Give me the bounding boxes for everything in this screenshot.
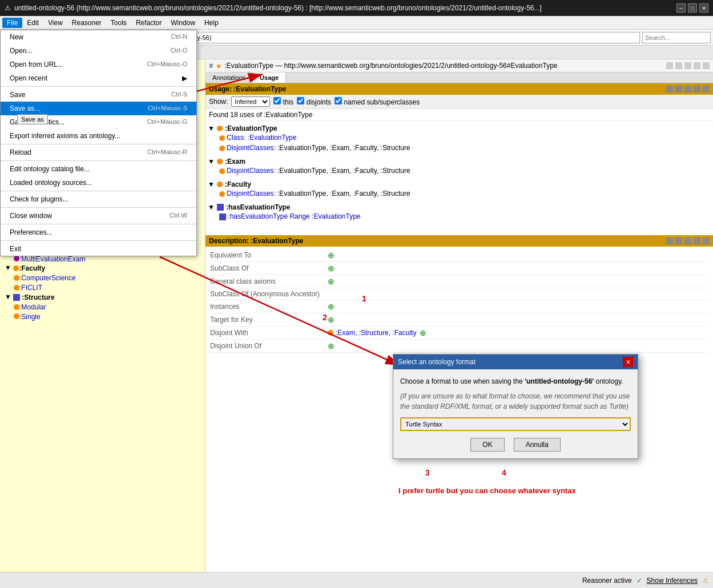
menu-save[interactable]: SaveCtrl-S [1, 88, 196, 102]
usage-faculty: ▼ :Faculty DisjointClasses: :EvaluationT… [208, 179, 711, 200]
usage-action-5[interactable] [703, 86, 710, 92]
add-target-key-button[interactable]: ⊕ [328, 315, 335, 324]
desc-action-4[interactable] [694, 237, 700, 244]
menu-open-recent[interactable]: Open recent▶ [1, 71, 196, 85]
dialog-close-button[interactable]: ✕ [623, 357, 633, 367]
tree-item[interactable]: :ComputerScience [2, 273, 203, 283]
add-disjoint-union-button[interactable]: ⊕ [328, 341, 335, 351]
desc-row-equivalent: Equivalent To ⊕ [210, 249, 708, 262]
menu-window[interactable]: Window [166, 18, 200, 28]
status-bar: Reasoner active ✓ Show Inferences ⚠ [0, 572, 713, 588]
checkbox-disjoints[interactable] [297, 97, 304, 104]
menu-edit[interactable]: Edit [22, 18, 43, 28]
entity-action-3[interactable] [684, 62, 691, 69]
entity-action-5[interactable] [703, 62, 710, 69]
desc-action-2[interactable] [675, 237, 682, 244]
divider-7 [1, 240, 196, 241]
show-inferences-label[interactable]: Show Inferences [647, 577, 698, 585]
add-general-button[interactable]: ⊕ [328, 277, 335, 286]
usage-action-3[interactable] [684, 86, 691, 92]
usage-section-header: Usage: :EvaluationType [206, 83, 713, 95]
menu-refactor[interactable]: Refactor [131, 18, 166, 28]
menu-reasoner[interactable]: Reasoner [67, 18, 106, 28]
ok-button[interactable]: OK [470, 438, 504, 452]
tab-annotations[interactable]: Annotations [206, 73, 253, 83]
menu-open-url[interactable]: Open from URL...Ctrl+Maiusc-O [1, 58, 196, 71]
add-equivalent-button[interactable]: ⊕ [328, 251, 335, 260]
desc-action-1[interactable] [666, 237, 673, 244]
inferred-select[interactable]: Inferred Asserted [231, 96, 270, 107]
entity-title: :EvaluationType — http://www.semanticweb… [224, 62, 557, 70]
desc-label-equivalent: Equivalent To [210, 251, 324, 259]
found-count: Found 18 uses of :EvaluationType [209, 111, 312, 119]
add-instances-button[interactable]: ⊕ [328, 302, 335, 311]
description-title: Description: :EvaluationType [209, 237, 303, 245]
usage-disjoint-exam: DisjointClasses: :EvaluationType, :Exam,… [227, 167, 410, 175]
usage-action-4[interactable] [694, 86, 700, 92]
menu-close-window[interactable]: Close windowCtrl-W [1, 209, 196, 223]
menu-check-plugins[interactable]: Check for plugins... [1, 192, 196, 206]
desc-value-disjoint: :Exam, :Structure, :Faculty [328, 329, 416, 337]
desc-label-disjoint-with: Disjoint With [210, 329, 324, 337]
checkmark-icon: ✓ [637, 577, 642, 585]
menu-save-as[interactable]: Save as...Ctrl+Maiusc-S [1, 102, 196, 115]
maximize-button[interactable]: □ [688, 3, 697, 13]
menu-help[interactable]: Help [200, 18, 223, 28]
menu-file[interactable]: File [2, 18, 22, 28]
desc-row-instances: Instances ⊕ [210, 300, 708, 313]
annotation-turtle-text: I prefer turtle but you can choose whate… [398, 486, 576, 495]
usage-tree: ▼ :EvaluationType Class: :EvaluationType… [206, 121, 713, 235]
tree-item[interactable]: :FICLIT [2, 283, 203, 292]
usage-action-2[interactable] [675, 86, 682, 92]
entity-action-2[interactable] [675, 62, 682, 69]
entity-header: ≡ ● :EvaluationType — http://www.semanti… [206, 59, 713, 73]
menu-reload[interactable]: ReloadCtrl+Maiusc-R [1, 146, 196, 159]
entity-action-4[interactable] [694, 62, 700, 69]
menu-tools[interactable]: Tools [106, 18, 131, 28]
tree-item[interactable]: ▼ :Faculty [2, 263, 203, 273]
add-subclass-button[interactable]: ⊕ [328, 264, 335, 273]
menu-preferences[interactable]: Preferences... [1, 225, 196, 239]
dialog-body-text: Choose a format to use when saving the '… [400, 376, 631, 386]
desc-action-5[interactable] [703, 237, 710, 244]
tree-item[interactable]: :Modular [2, 302, 203, 312]
desc-row-subclass: SubClass Of ⊕ [210, 262, 708, 275]
tree-item[interactable]: :Single [2, 312, 203, 321]
desc-row-disjoint-with: Disjoint With :Exam, :Structure, :Facult… [210, 327, 708, 340]
checkbox-this[interactable] [273, 97, 281, 104]
usage-disjoint-faculty: DisjointClasses: :EvaluationType, :Exam,… [227, 190, 410, 198]
usage-action-1[interactable] [666, 86, 673, 92]
dialog-hint-text: (If you are unsure as to what format to … [400, 391, 631, 412]
found-text: Found 18 uses of :EvaluationType [206, 109, 713, 121]
menu-exit[interactable]: Exit [1, 242, 196, 256]
desc-row-general: General class axioms ⊕ [210, 275, 708, 288]
desc-row-subclass-anon: SubClass Of (Anonymous Ancestor) [210, 288, 708, 300]
tab-usage[interactable]: Usage [253, 73, 286, 83]
add-disjoint-button[interactable]: ⊕ [420, 328, 426, 337]
tree-item[interactable]: ▼ :Structure [2, 292, 203, 302]
divider-5 [1, 207, 196, 208]
desc-label-general: General class axioms [210, 277, 324, 285]
desc-row-target-key: Target for Key ⊕ [210, 313, 708, 327]
menu-loaded-sources[interactable]: Loaded ontology sources... [1, 176, 196, 190]
format-select[interactable]: Turtle Syntax RDF/XML Syntax OWL/XML Syn… [400, 417, 631, 431]
menu-new[interactable]: NewCtrl-N [1, 30, 196, 44]
format-dialog[interactable]: Select an ontology format ✕ Choose a for… [393, 354, 638, 459]
menu-bar: File Edit View Reasoner Tools Refactor W… [0, 16, 713, 30]
menu-edit-catalog[interactable]: Edit ontology catalog file... [1, 162, 196, 176]
menu-open[interactable]: Open...Ctrl-O [1, 44, 196, 58]
menu-view[interactable]: View [43, 18, 67, 28]
show-label: Show: [209, 98, 228, 106]
minimize-button[interactable]: ─ [676, 3, 686, 13]
menu-export-inferred[interactable]: Export inferred axioms as ontology... [1, 129, 196, 143]
desc-label-subclass-anon: SubClass Of (Anonymous Ancestor) [210, 290, 324, 298]
description-body: Equivalent To ⊕ SubClass Of ⊕ General cl… [206, 247, 713, 355]
window-title: untitled-ontology-56 (http://www.semanti… [14, 4, 542, 12]
cancel-button[interactable]: Annulla [514, 438, 561, 452]
desc-action-3[interactable] [684, 237, 691, 244]
entity-action-1[interactable] [666, 62, 673, 69]
close-button[interactable]: ✕ [699, 3, 708, 13]
search-input[interactable] [642, 32, 711, 43]
annotation-number-3: 3 [425, 468, 430, 477]
checkbox-named[interactable] [335, 97, 342, 104]
